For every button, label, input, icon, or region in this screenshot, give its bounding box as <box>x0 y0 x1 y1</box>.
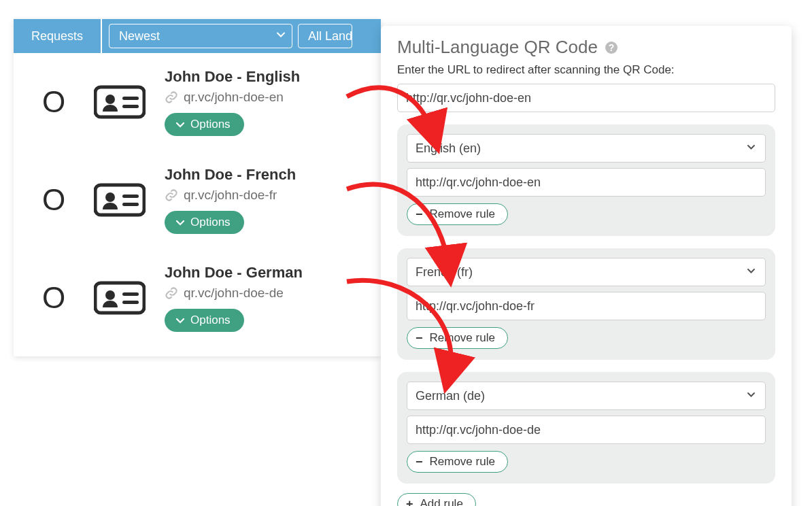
chevron-down-icon <box>747 267 756 277</box>
list-item: O John Doe - German qr.vc/john-doe-de Op… <box>14 249 381 347</box>
remove-rule-label: Remove rule <box>430 455 495 469</box>
requests-list: O John Doe - English qr.vc/john-doe-en O… <box>14 53 381 356</box>
visit-count: O <box>30 183 78 217</box>
remove-rule-button[interactable]: − Remove rule <box>407 327 508 349</box>
options-button-label: Options <box>190 314 231 327</box>
svg-point-5 <box>105 192 115 202</box>
list-item: O John Doe - French qr.vc/john-doe-fr Op… <box>14 151 381 249</box>
language-select[interactable]: English (en) <box>407 134 766 163</box>
svg-rect-8 <box>95 283 144 313</box>
chevron-down-icon <box>747 390 756 401</box>
options-button[interactable]: Options <box>165 309 244 332</box>
remove-rule-label: Remove rule <box>430 207 495 221</box>
remove-rule-label: Remove rule <box>430 331 495 345</box>
rule-url-input[interactable] <box>407 168 766 197</box>
item-title: John Doe - English <box>165 68 369 86</box>
svg-rect-4 <box>95 185 144 215</box>
help-icon[interactable]: ? <box>605 41 618 54</box>
panel-title: Multi-Language QR Code <box>397 37 598 58</box>
svg-point-9 <box>105 290 115 300</box>
requests-toolbar: Requests Newest All Landi <box>14 19 381 53</box>
list-item-body: John Doe - French qr.vc/john-doe-fr Opti… <box>165 166 369 234</box>
link-icon <box>165 286 178 300</box>
remove-rule-button[interactable]: − Remove rule <box>407 203 508 225</box>
vcard-icon <box>92 278 147 318</box>
rule-url-input[interactable] <box>407 292 766 320</box>
language-select-value: English (en) <box>416 141 481 156</box>
minus-icon: − <box>416 456 423 468</box>
item-title: John Doe - German <box>165 264 369 282</box>
svg-rect-6 <box>122 195 139 198</box>
options-button-label: Options <box>190 118 231 131</box>
minus-icon: − <box>416 208 423 220</box>
chevron-down-icon <box>175 120 185 129</box>
language-select[interactable]: French (fr) <box>407 258 766 286</box>
filter-select[interactable]: All Landi <box>298 24 352 48</box>
panel-footer: + Add rule <box>397 493 775 506</box>
item-title: John Doe - French <box>165 166 369 184</box>
item-url-row: qr.vc/john-doe-en <box>165 90 369 105</box>
rule-url-input[interactable] <box>407 416 766 444</box>
svg-rect-10 <box>122 292 139 296</box>
add-rule-button[interactable]: + Add rule <box>397 493 476 506</box>
visit-count: O <box>30 281 78 315</box>
item-url: qr.vc/john-doe-de <box>184 286 284 301</box>
language-select-value: French (fr) <box>416 265 473 280</box>
svg-rect-7 <box>122 203 139 206</box>
sort-select[interactable]: Newest <box>109 24 292 48</box>
svg-text:?: ? <box>609 42 615 53</box>
language-rule: English (en) − Remove rule <box>397 124 775 236</box>
default-url-input[interactable] <box>397 84 775 112</box>
item-url: qr.vc/john-doe-fr <box>184 188 277 203</box>
chevron-down-icon <box>747 143 756 154</box>
svg-rect-3 <box>122 105 139 108</box>
remove-rule-button[interactable]: − Remove rule <box>407 451 508 473</box>
minus-icon: − <box>416 332 423 344</box>
svg-rect-2 <box>122 97 139 100</box>
options-button[interactable]: Options <box>165 113 244 136</box>
panel-title-row: Multi-Language QR Code ? <box>397 37 775 58</box>
language-rule: German (de) − Remove rule <box>397 372 775 484</box>
language-rule: French (fr) − Remove rule <box>397 248 775 360</box>
options-button[interactable]: Options <box>165 211 244 234</box>
chevron-down-icon <box>277 31 285 41</box>
svg-point-1 <box>105 95 115 104</box>
language-select[interactable]: German (de) <box>407 382 766 410</box>
svg-rect-0 <box>95 87 144 117</box>
link-icon <box>165 90 178 104</box>
chevron-down-icon <box>175 316 185 325</box>
language-select-value: German (de) <box>416 389 485 403</box>
sort-select-value: Newest <box>119 29 160 44</box>
tab-requests-label: Requests <box>31 29 83 44</box>
item-url-row: qr.vc/john-doe-de <box>165 286 369 301</box>
item-url-row: qr.vc/john-doe-fr <box>165 188 369 203</box>
chevron-down-icon <box>175 218 185 227</box>
vcard-icon <box>92 180 147 220</box>
list-item-body: John Doe - German qr.vc/john-doe-de Opti… <box>165 264 369 332</box>
multilang-qr-panel: Multi-Language QR Code ? Enter the URL t… <box>381 26 792 506</box>
options-button-label: Options <box>190 216 231 229</box>
filter-select-value: All Landi <box>308 29 352 44</box>
panel-subtitle: Enter the URL to redirect after scanning… <box>397 63 775 77</box>
requests-panel: Requests Newest All Landi O John Doe - E… <box>14 19 381 356</box>
visit-count: O <box>30 85 78 119</box>
list-item: O John Doe - English qr.vc/john-doe-en O… <box>14 53 381 151</box>
item-url: qr.vc/john-doe-en <box>184 90 284 105</box>
tab-requests[interactable]: Requests <box>14 19 102 53</box>
list-item-body: John Doe - English qr.vc/john-doe-en Opt… <box>165 68 369 136</box>
vcard-icon <box>92 82 147 122</box>
svg-rect-11 <box>122 301 139 304</box>
link-icon <box>165 188 178 202</box>
plus-icon: + <box>406 498 413 506</box>
add-rule-label: Add rule <box>420 497 463 506</box>
